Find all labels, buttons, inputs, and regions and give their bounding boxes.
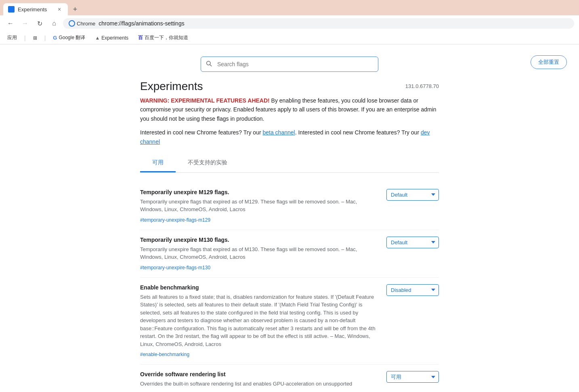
- flag-name-m130: Temporarily unexpire M130 flags.: [140, 237, 378, 243]
- experiments-container: Experiments 131.0.6778.70 WARNING: EXPER…: [132, 80, 447, 392]
- flag-desc-benchmarking: Sets all features to a fixed state; that…: [140, 293, 378, 348]
- reload-button[interactable]: ↻: [34, 18, 45, 29]
- page-title: Experiments: [140, 80, 203, 93]
- reset-all-button[interactable]: 全部重置: [531, 55, 567, 69]
- tab-available[interactable]: 可用: [140, 154, 176, 172]
- bookmark-apps[interactable]: 应用: [5, 33, 19, 42]
- active-tab[interactable]: Experiments ×: [3, 3, 68, 15]
- back-button[interactable]: ←: [5, 18, 16, 29]
- channel-text: Interested in cool new Chrome features? …: [140, 128, 439, 146]
- flag-item-m129: Temporarily unexpire M129 flags. Tempora…: [140, 182, 439, 230]
- flag-info-software-rendering: Override software rendering list Overrid…: [140, 371, 378, 392]
- bookmark-apps-label: 应用: [7, 34, 17, 41]
- channel-text-2: . Interested in cool new Chrome features…: [295, 129, 421, 136]
- experiments-icon: ▲: [95, 35, 100, 41]
- flag-desc-m130: Temporarily unexpire flags that expired …: [140, 245, 378, 261]
- flag-item-benchmarking: Enable benchmarking Sets all features to…: [140, 278, 439, 365]
- flag-name-benchmarking: Enable benchmarking: [140, 284, 378, 291]
- address-brand-label: Chrome: [77, 21, 95, 27]
- forward-button[interactable]: →: [19, 18, 31, 29]
- search-bar-row: 全部重置: [0, 44, 579, 80]
- bookmark-experiments-label: Experiments: [101, 35, 128, 41]
- flag-select-m129[interactable]: Default Enabled Disabled: [386, 189, 439, 201]
- bookmark-separator-2: |: [44, 35, 46, 41]
- flag-link-benchmarking[interactable]: #enable-benchmarking: [140, 352, 189, 357]
- address-favicon: Chrome: [69, 20, 95, 27]
- browser-chrome: Experiments × + ← → ↻ ⌂ Chrome chrome://…: [0, 0, 579, 44]
- warning-prefix: WARNING: EXPERIMENTAL FEATURES AHEAD!: [140, 97, 270, 104]
- flag-select-m130[interactable]: Default Enabled Disabled: [386, 237, 439, 248]
- search-input[interactable]: [201, 57, 378, 72]
- warning-paragraph: WARNING: EXPERIMENTAL FEATURES AHEAD! By…: [140, 96, 439, 123]
- bookmark-experiments[interactable]: ▲ Experiments: [92, 34, 131, 42]
- bookmark-separator-1: |: [24, 35, 26, 41]
- experiments-header: Experiments 131.0.6778.70: [140, 80, 439, 93]
- bookmark-baidu[interactable]: 百 百度一下，你就知道: [136, 33, 191, 42]
- tab-title: Experiments: [18, 6, 52, 13]
- flag-control-m129: Default Enabled Disabled: [386, 189, 439, 201]
- version-text: 131.0.6778.70: [405, 83, 439, 89]
- address-bar[interactable]: Chrome chrome://flags/animations-setting…: [63, 18, 574, 29]
- flag-select-software-rendering[interactable]: Default 可用 Disabled: [386, 371, 439, 383]
- tab-favicon-icon: [8, 6, 15, 13]
- flag-link-m129[interactable]: #temporary-unexpire-flags-m129: [140, 217, 210, 223]
- flag-name-m129: Temporarily unexpire M129 flags.: [140, 189, 378, 195]
- flag-control-m130: Default Enabled Disabled: [386, 237, 439, 248]
- search-container: [201, 57, 378, 72]
- flags-list: Temporarily unexpire M129 flags. Tempora…: [140, 182, 439, 392]
- bookmark-google-translate[interactable]: G Google 翻译: [50, 33, 88, 42]
- bookmark-tabs-label: ⊞: [33, 35, 37, 41]
- flag-desc-software-rendering: Overrides the built-in software renderin…: [140, 380, 378, 388]
- baidu-icon: 百: [138, 34, 143, 41]
- flag-desc-m129: Temporarily unexpire flags that expired …: [140, 198, 378, 214]
- flag-control-software-rendering: Default 可用 Disabled: [386, 371, 439, 383]
- search-icon: [206, 60, 212, 68]
- tab-close-button[interactable]: ×: [56, 6, 63, 13]
- flag-name-software-rendering: Override software rendering list: [140, 371, 378, 377]
- bookmark-baidu-label: 百度一下，你就知道: [145, 34, 188, 41]
- tab-unavailable[interactable]: 不受支持的实验: [176, 154, 239, 172]
- new-tab-button[interactable]: +: [69, 4, 81, 15]
- flag-info-benchmarking: Enable benchmarking Sets all features to…: [140, 284, 378, 358]
- home-button[interactable]: ⌂: [48, 18, 60, 29]
- bookmarks-bar: 应用 | ⊞ | G Google 翻译 ▲ Experiments 百 百度一…: [0, 31, 579, 44]
- flag-control-benchmarking: Default Enabled Disabled: [386, 284, 439, 296]
- flag-item-software-rendering: Override software rendering list Overrid…: [140, 365, 439, 392]
- flag-info-m129: Temporarily unexpire M129 flags. Tempora…: [140, 189, 378, 223]
- beta-channel-link[interactable]: beta channel: [262, 129, 295, 136]
- google-translate-icon: G: [53, 35, 57, 41]
- flag-link-m130[interactable]: #temporary-unexpire-flags-m130: [140, 265, 210, 270]
- tab-bar: Experiments × +: [0, 0, 579, 15]
- bookmark-google-translate-label: Google 翻译: [59, 34, 85, 41]
- channel-text-1: Interested in cool new Chrome features? …: [140, 129, 262, 136]
- flag-item-m130: Temporarily unexpire M130 flags. Tempora…: [140, 230, 439, 278]
- tabs-row: 可用 不受支持的实验: [140, 154, 439, 173]
- flag-info-m130: Temporarily unexpire M130 flags. Tempora…: [140, 237, 378, 271]
- svg-line-1: [210, 65, 212, 66]
- address-brand-icon: [69, 20, 75, 27]
- page-content: 全部重置 Experiments 131.0.6778.70 WARNING: …: [0, 44, 579, 392]
- address-url: chrome://flags/animations-settings: [99, 20, 184, 27]
- flag-select-benchmarking[interactable]: Default Enabled Disabled: [386, 284, 439, 296]
- bookmark-tabs[interactable]: ⊞: [31, 34, 40, 42]
- address-bar-row: ← → ↻ ⌂ Chrome chrome://flags/animations…: [0, 15, 579, 31]
